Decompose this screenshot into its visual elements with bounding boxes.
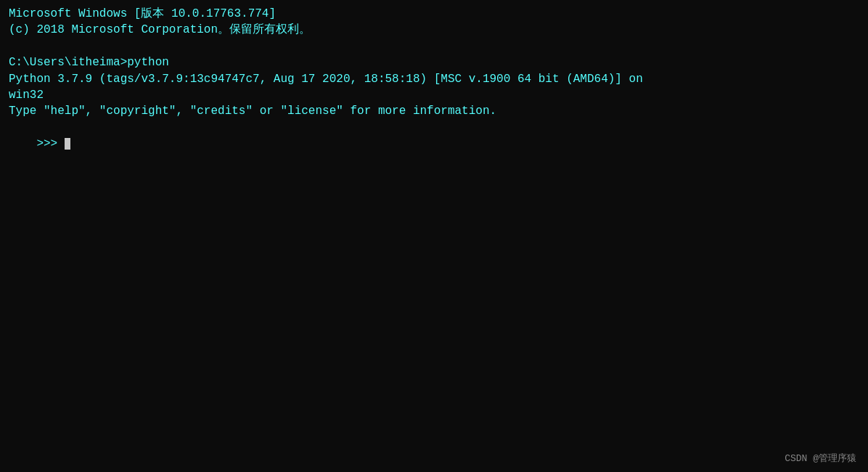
cursor [65,138,70,150]
prompt-python-line: C:\Users\itheima>python [9,54,859,70]
copyright-line: (c) 2018 Microsoft Corporation。保留所有权利。 [9,22,859,38]
prompt-text: >>> [36,137,64,150]
terminal-window[interactable]: Microsoft Windows [版本 10.0.17763.774] (c… [0,0,868,472]
python-prompt-line: >>> [9,120,859,168]
watermark: CSDN @管理序猿 [785,452,856,465]
type-help-line: Type "help", "copyright", "credits" or "… [9,103,859,119]
python-version-line: Python 3.7.9 (tags/v3.7.9:13c94747c7, Au… [9,71,859,87]
blank-line-1 [9,38,859,54]
win32-line: win32 [9,87,859,103]
windows-version-line: Microsoft Windows [版本 10.0.17763.774] [9,6,859,22]
